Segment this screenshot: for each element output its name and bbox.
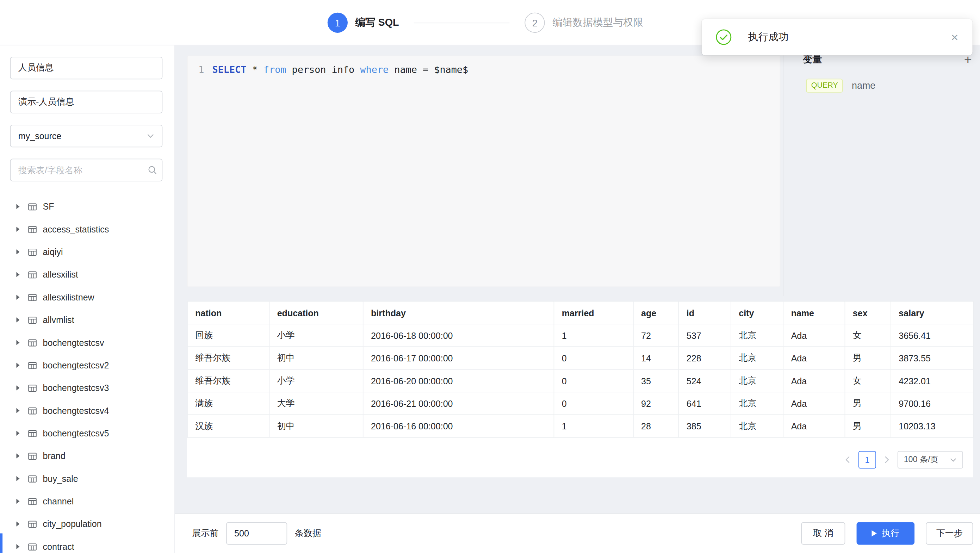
table-tree-item[interactable]: brand (10, 445, 164, 467)
sql-editor[interactable]: 1 SELECT * from person_info where name =… (187, 55, 780, 287)
row-limit-input[interactable] (226, 522, 287, 545)
close-icon[interactable]: ✕ (951, 32, 959, 42)
table-icon (28, 270, 37, 279)
caret-right-icon[interactable] (16, 544, 19, 549)
column-header: birthday (363, 302, 554, 324)
table-icon (28, 542, 37, 551)
page-number-button[interactable]: 1 (859, 451, 876, 469)
scrollbar-thumb[interactable] (0, 533, 2, 553)
caret-right-icon[interactable] (16, 363, 19, 368)
sql-token: SELECT (212, 64, 247, 75)
table-tree-item[interactable]: bochengtestcsv5 (10, 422, 164, 445)
caret-right-icon[interactable] (16, 227, 19, 232)
table-name: bochengtestcsv5 (43, 428, 109, 439)
table-cell: 1 (554, 415, 633, 437)
table-cell: 524 (678, 369, 730, 392)
datasource-select[interactable]: my_source (10, 125, 163, 147)
table-cell: Ada (783, 346, 845, 369)
caret-right-icon[interactable] (16, 431, 19, 436)
table-cell: 女 (845, 324, 891, 346)
caret-right-icon[interactable] (16, 453, 19, 458)
sql-token: * (246, 64, 263, 75)
table-cell: 1 (554, 324, 633, 346)
datasource-selected-value: my_source (18, 131, 61, 141)
table-cell: 2016-06-18 00:00:00 (363, 324, 554, 346)
page-size-select[interactable]: 100 条/页 (897, 451, 963, 469)
table-tree-item[interactable]: channel (10, 490, 164, 512)
table-cell: 汉族 (188, 415, 269, 437)
table-cell: 9700.16 (891, 392, 973, 415)
table-cell: 大学 (269, 392, 363, 415)
table-cell: 男 (845, 415, 891, 437)
step-2-circle: 2 (525, 13, 545, 33)
caret-right-icon[interactable] (16, 317, 19, 322)
table-tree-item[interactable]: allesxilist (10, 263, 164, 286)
search-input[interactable] (10, 159, 163, 181)
table-cell: 2016-06-20 00:00:00 (363, 369, 554, 392)
prev-page-icon[interactable] (843, 455, 852, 464)
caret-right-icon[interactable] (16, 204, 19, 209)
table-tree-item[interactable]: aiqiyi (10, 241, 164, 263)
caret-right-icon[interactable] (16, 408, 19, 413)
execute-button[interactable]: 执行 (857, 522, 915, 545)
play-icon (872, 530, 877, 536)
table-cell: 初中 (269, 415, 363, 437)
search-icon (147, 165, 158, 177)
table-tree-item[interactable]: bochengtestcsv2 (10, 354, 164, 377)
table-tree-item[interactable]: contract (10, 536, 164, 553)
table-tree-item[interactable]: bochengtestcsv4 (10, 399, 164, 422)
table-tree-item[interactable]: city_population (10, 512, 164, 535)
results-table: nationeducationbirthdaymarriedageidcityn… (187, 301, 974, 438)
limit-label-suffix: 条数据 (295, 528, 321, 539)
column-header: city (731, 302, 783, 324)
table-cell: 3873.55 (891, 346, 973, 369)
table-cell: 35 (633, 369, 679, 392)
caret-right-icon[interactable] (16, 272, 19, 277)
next-page-icon[interactable] (883, 455, 891, 464)
table-tree-item[interactable]: allesxilistnew (10, 286, 164, 308)
caret-right-icon[interactable] (16, 295, 19, 300)
column-header: nation (188, 302, 269, 324)
table-cell: 满族 (188, 392, 269, 415)
cancel-button[interactable]: 取 消 (801, 522, 845, 545)
sql-token: from (264, 64, 286, 75)
next-step-button[interactable]: 下一步 (926, 522, 973, 545)
table-tree-item[interactable]: bochengtestcsv (10, 331, 164, 354)
table-cell: 3656.41 (891, 324, 973, 346)
caret-right-icon[interactable] (16, 340, 19, 345)
table-name: bochengtestcsv2 (43, 360, 109, 370)
table-tree-item[interactable]: allvmlist (10, 308, 164, 331)
dataset-display-name-input[interactable] (10, 91, 163, 113)
dataset-name-input[interactable] (10, 57, 163, 79)
table-cell: 2016-06-21 00:00:00 (363, 392, 554, 415)
table-cell: 28 (633, 415, 679, 437)
limit-label-prefix: 展示前 (192, 528, 218, 539)
table-icon (28, 451, 37, 461)
table-name: aiqiyi (43, 247, 63, 257)
table-cell: 北京 (731, 392, 783, 415)
table-cell: 北京 (731, 415, 783, 437)
table-cell: 男 (845, 392, 891, 415)
table-header-row: nationeducationbirthdaymarriedageidcityn… (188, 302, 973, 324)
caret-right-icon[interactable] (16, 249, 19, 254)
table-tree-item[interactable]: SF (10, 195, 164, 218)
column-header: id (678, 302, 730, 324)
caret-right-icon[interactable] (16, 476, 19, 481)
table-icon (28, 497, 37, 506)
table-tree-item[interactable]: bochengtestcsv3 (10, 377, 164, 399)
sql-token: person_info (286, 64, 360, 75)
success-toast: 执行成功 ✕ (702, 19, 973, 56)
table-cell: Ada (783, 392, 845, 415)
step-1-circle: 1 (328, 13, 348, 33)
table-tree-item[interactable]: access_statistics (10, 218, 164, 241)
column-header: age (633, 302, 679, 324)
caret-right-icon[interactable] (16, 385, 19, 390)
results-card: nationeducationbirthdaymarriedageidcityn… (187, 301, 973, 478)
caret-right-icon[interactable] (16, 499, 19, 504)
table-tree-item[interactable]: buy_sale (10, 467, 164, 490)
chevron-down-icon (147, 132, 154, 140)
caret-right-icon[interactable] (16, 521, 19, 526)
variable-item[interactable]: QUERYname (807, 79, 980, 92)
footer-bar: 展示前 条数据 取 消 执行 下一步 (175, 513, 980, 553)
table-icon (28, 202, 37, 211)
